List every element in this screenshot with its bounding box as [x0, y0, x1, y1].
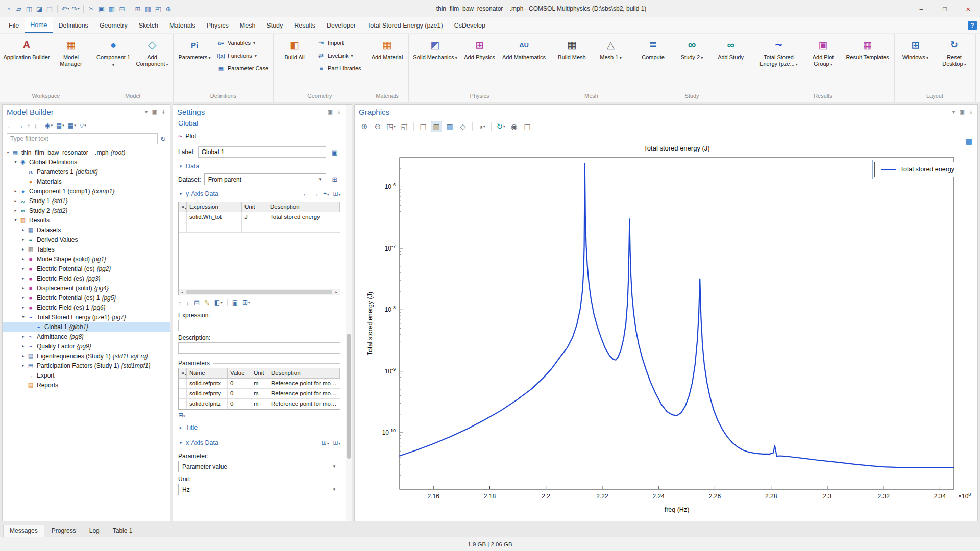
- show-icon[interactable]: ◉▾: [45, 122, 53, 129]
- ribbon-button-reset-desktop[interactable]: ↻Reset Desktop ▾: [936, 35, 973, 69]
- menu-tab-total-stored-energy-pze1[interactable]: Total Stored Energy (pze1): [361, 17, 449, 33]
- scroll-right-icon[interactable]: ▸: [333, 289, 340, 295]
- table-settings-icon[interactable]: ⊞▾: [178, 412, 185, 419]
- table-row[interactable]: solid.Wh_totJTotal stored energy: [179, 212, 340, 222]
- tree-item-mode-shape-solid[interactable]: ▸■Mode Shape (solid){pg1}: [3, 254, 170, 264]
- cell-unit[interactable]: m: [251, 399, 268, 409]
- menu-tab-geometry[interactable]: Geometry: [94, 17, 133, 33]
- tree-item-datasets[interactable]: ▸▦Datasets: [3, 225, 170, 235]
- ribbon-button-add-material[interactable]: ▦Add Material: [369, 35, 406, 62]
- open-icon[interactable]: ▱: [14, 4, 23, 13]
- section-title[interactable]: ▸ Title: [178, 421, 340, 434]
- ribbon-button-study-2[interactable]: ∞Study 2 ▾: [673, 35, 711, 62]
- expand-arrow-icon[interactable]: ▸: [12, 208, 19, 213]
- ribbon-button-add-plot-group[interactable]: ▣Add Plot Group ▾: [804, 35, 842, 69]
- maximize-button[interactable]: □: [933, 0, 957, 17]
- ribbon-button-model-manager[interactable]: ▦Model Manager: [52, 35, 90, 68]
- pin-panel-icon[interactable]: ↧: [969, 109, 973, 115]
- zoom-box-icon[interactable]: ◱: [399, 121, 410, 132]
- tree-item-results[interactable]: ▾▥Results: [3, 215, 170, 225]
- tree-item-total-stored-energy-pze1[interactable]: ▾~Total Stored Energy (pze1){pg7}: [3, 312, 170, 322]
- back-icon[interactable]: ←: [7, 122, 13, 130]
- expression-input[interactable]: [178, 320, 340, 331]
- table-row[interactable]: solid.refpntz0mReference point for mom..…: [179, 399, 340, 409]
- expand-arrow-icon[interactable]: ▸: [20, 247, 27, 252]
- menu-tab-study[interactable]: Study: [261, 17, 288, 33]
- ribbon-button-build-mesh[interactable]: ▦Build Mesh: [553, 35, 591, 62]
- cell-name[interactable]: solid.refpnty: [187, 389, 228, 398]
- add-table-icon[interactable]: ⊞: [133, 4, 142, 13]
- redo-icon[interactable]: ↷▾: [71, 4, 80, 13]
- tree-item-thin-film-baw-resonator-mph[interactable]: ▾▦thin_film_baw_resonator__.mph(root): [3, 147, 170, 157]
- add-expression-icon[interactable]: +▾: [323, 190, 329, 197]
- tree-item-parameters-1[interactable]: πParameters 1{default}: [3, 167, 170, 177]
- settings-scrollbar[interactable]: [346, 105, 352, 521]
- ribbon-button-add-mathematics[interactable]: ΔUAdd Mathematics: [500, 35, 549, 62]
- expand-arrow-icon[interactable]: ▸: [20, 363, 27, 368]
- collapse-all-icon[interactable]: ▤▾: [56, 122, 64, 129]
- tree-item-electric-potential-es[interactable]: ▸■Electric Potential (es){pg2}: [3, 264, 170, 273]
- ribbon-button-livelink[interactable]: ⇄LiveLink▾: [314, 50, 363, 61]
- menu-tab-file[interactable]: File: [3, 17, 24, 33]
- expand-arrow-icon[interactable]: ▸: [20, 286, 27, 290]
- section-y-axis[interactable]: ▾ y-Axis Data ← → +▾ ⊞▾: [178, 187, 340, 201]
- plot-grid-icon[interactable]: ▤: [418, 121, 429, 132]
- tree-item-reports[interactable]: ▤Reports: [3, 380, 170, 390]
- ribbon-button-mesh-1[interactable]: △Mesh 1 ▾: [592, 35, 630, 62]
- save-as-icon[interactable]: ◪: [35, 4, 44, 13]
- print-icon[interactable]: ▤: [45, 4, 54, 13]
- ribbon-button-add-component[interactable]: ◇Add Component ▾: [133, 35, 171, 69]
- menu-tab-definitions[interactable]: Definitions: [53, 17, 94, 33]
- ribbon-button-build-all[interactable]: ◧Build All: [276, 35, 313, 62]
- move-down-icon[interactable]: ↓: [34, 122, 38, 130]
- description-input[interactable]: [178, 342, 340, 354]
- update-plot-icon[interactable]: ↻▾: [495, 121, 506, 132]
- expand-arrow-icon[interactable]: ▸: [20, 257, 27, 261]
- table-row[interactable]: solid.refpntx0mReference point for mom..…: [179, 379, 340, 389]
- ribbon-button-solid-mechanics[interactable]: ◩Solid Mechanics ▾: [411, 35, 460, 62]
- menu-tab-sketch[interactable]: Sketch: [133, 17, 164, 33]
- table-settings-icon[interactable]: ⊞▾: [333, 190, 340, 197]
- table-row[interactable]: solid.refpnty0mReference point for mom..…: [179, 389, 340, 399]
- ribbon-button-windows[interactable]: ⊞Windows ▾: [897, 35, 935, 62]
- minimize-button[interactable]: –: [910, 0, 933, 17]
- tree-item-admittance[interactable]: ▸~Admittance{pg8}: [3, 332, 170, 341]
- tree-item-component-1-comp1[interactable]: ▸●Component 1 (comp1){comp1}: [3, 186, 170, 196]
- forward-icon[interactable]: →: [17, 122, 23, 130]
- cell-description[interactable]: Total stored energy: [267, 212, 340, 222]
- tree-item-quality-factor[interactable]: ▸~Quality Factor{pg9}: [3, 341, 170, 351]
- cell-unit[interactable]: J: [242, 212, 267, 222]
- expand-arrow-icon[interactable]: ▸: [20, 354, 27, 358]
- table-row-empty[interactable]: [179, 222, 340, 233]
- collapse-arrow-icon[interactable]: ▾: [12, 160, 19, 164]
- plot-frame-icon[interactable]: ▦: [444, 121, 455, 132]
- expand-arrow-icon[interactable]: ▸: [12, 198, 19, 203]
- plot-legend[interactable]: Total stored energy: [874, 162, 961, 177]
- dock-tab-log[interactable]: Log: [83, 525, 106, 537]
- copy-icon[interactable]: ▣: [97, 4, 106, 13]
- ribbon-button-add-physics[interactable]: ⊞Add Physics: [461, 35, 499, 62]
- horizontal-scrollbar[interactable]: ◂▸: [179, 289, 340, 295]
- tree-item-derived-values[interactable]: ▸=Derived Values: [3, 235, 170, 244]
- expand-arrow-icon[interactable]: ▸: [12, 189, 19, 193]
- tree-item-study-2[interactable]: ▸∞Study 2{std2}: [3, 206, 170, 215]
- table-settings-icon[interactable]: ⊞▾: [333, 439, 340, 446]
- table-frame-icon[interactable]: ◰: [154, 4, 163, 13]
- menu-tab-mesh[interactable]: Mesh: [234, 17, 261, 33]
- menu-tab-home[interactable]: Home: [24, 17, 53, 33]
- previous-icon[interactable]: ←: [303, 190, 309, 197]
- label-input[interactable]: [198, 146, 326, 158]
- cell-description[interactable]: Reference point for mom...: [268, 399, 340, 409]
- plot-properties-icon[interactable]: ▤: [966, 137, 972, 145]
- x-unit-select[interactable]: Hz ▼: [178, 484, 340, 495]
- expand-arrow-icon[interactable]: ▸: [20, 276, 27, 281]
- scrollbar-thumb[interactable]: [186, 290, 332, 294]
- ribbon-button-functions[interactable]: f(x)Functions▾: [214, 50, 271, 61]
- x-parameter-select[interactable]: Parameter value ▼: [178, 461, 340, 472]
- tree-item-study-1[interactable]: ▸∞Study 1{std1}: [3, 196, 170, 206]
- refresh-icon[interactable]: ↻: [160, 135, 166, 143]
- expand-arrow-icon[interactable]: ▸: [20, 305, 27, 310]
- delete-icon[interactable]: ⊟: [194, 299, 200, 307]
- snapshot-icon[interactable]: ◉: [508, 121, 520, 132]
- expand-arrow-icon[interactable]: ▸: [20, 266, 27, 271]
